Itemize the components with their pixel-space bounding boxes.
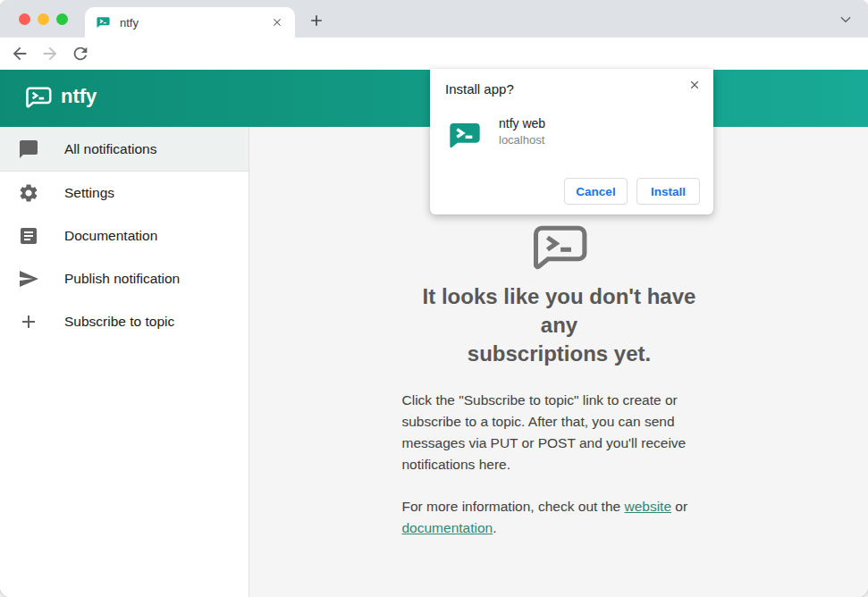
send-icon [18, 268, 39, 290]
new-tab-plus-icon[interactable] [308, 12, 325, 29]
empty-state-heading: It looks like you don't have anysubscrip… [402, 282, 717, 368]
back-icon[interactable] [10, 44, 29, 63]
brand-name: ntfy [61, 85, 97, 108]
sidebar-item-label: Settings [64, 185, 114, 201]
ntfy-app-icon [447, 119, 483, 155]
paragraph2-suffix: . [493, 520, 496, 535]
paragraph2-prefix: For more information, check out the [402, 499, 625, 514]
browser-toolbar: localhost [0, 38, 868, 70]
browser-window: ntfy localhost [0, 0, 868, 597]
dialog-app-name: ntfy web [499, 116, 545, 130]
sidebar-item-all-notifications[interactable]: All notifications [0, 127, 249, 172]
close-window-button[interactable] [19, 13, 30, 25]
dialog-title: Install app? [445, 81, 514, 97]
heading-line2: subscriptions yet. [402, 340, 717, 368]
article-icon [18, 225, 39, 247]
gear-icon [18, 182, 39, 204]
empty-state-paragraph1: Click the "Subscribe to topic" link to c… [402, 390, 717, 475]
ntfy-logo-icon [24, 85, 53, 112]
sidebar-item-publish-notification[interactable]: Publish notification [0, 257, 249, 300]
sidebar-item-label: Subscribe to topic [64, 314, 174, 330]
ntfy-favicon-icon [96, 15, 111, 30]
paragraph2-middle: or [671, 499, 687, 514]
tab-title: ntfy [120, 16, 270, 29]
forward-icon[interactable] [40, 44, 60, 63]
dialog-close-icon[interactable] [687, 78, 702, 92]
ntfy-empty-state-icon [529, 222, 590, 277]
fullscreen-window-button[interactable] [56, 13, 68, 25]
tab-search-chevron-icon[interactable] [839, 13, 852, 26]
sidebar-item-label: All notifications [64, 141, 156, 157]
sidebar-item-documentation[interactable]: Documentation [0, 214, 249, 257]
website-link[interactable]: website [624, 499, 671, 514]
empty-state-paragraph2: For more information, check out the webs… [402, 496, 717, 539]
tab-strip: ntfy [0, 0, 868, 38]
sidebar: All notifications Settings Documentation… [0, 127, 249, 597]
install-button[interactable]: Install [636, 178, 700, 205]
chat-icon [18, 139, 39, 160]
tab-close-icon[interactable] [270, 15, 284, 29]
cancel-button[interactable]: Cancel [564, 178, 628, 205]
documentation-link[interactable]: documentation [402, 520, 493, 535]
dialog-app-origin: localhost [499, 133, 544, 147]
install-app-dialog: Install app? ntfy web localhost Cancel I… [430, 69, 713, 214]
reload-icon[interactable] [71, 44, 90, 63]
sidebar-item-subscribe-to-topic[interactable]: Subscribe to topic [0, 300, 249, 343]
sidebar-item-label: Publish notification [64, 271, 180, 287]
browser-tab[interactable]: ntfy [85, 7, 295, 38]
minimize-window-button[interactable] [38, 13, 49, 25]
plus-icon [18, 311, 39, 332]
sidebar-item-settings[interactable]: Settings [0, 172, 249, 214]
heading-line1: It looks like you don't have any [402, 282, 717, 340]
sidebar-item-label: Documentation [64, 228, 157, 244]
